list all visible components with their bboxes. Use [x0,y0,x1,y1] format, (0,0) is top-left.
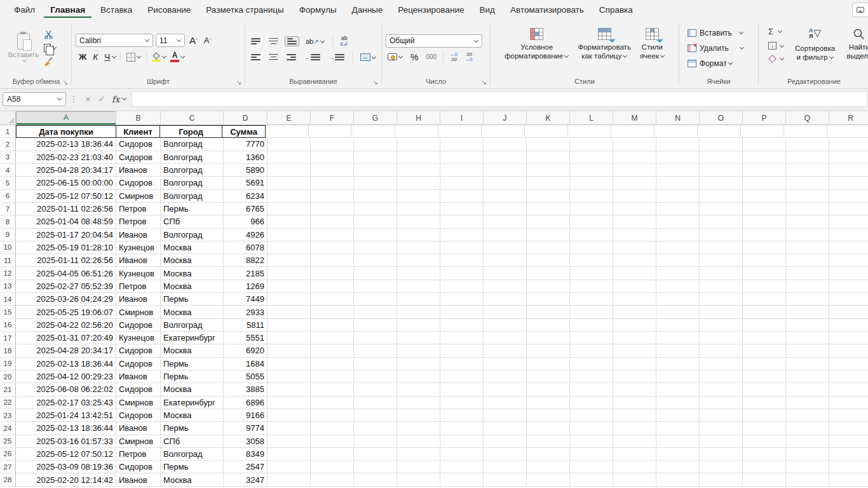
align-center-button[interactable] [267,53,280,62]
shrink-font-button[interactable]: Aˇ [202,34,213,46]
cell[interactable] [743,151,786,164]
cell[interactable] [786,190,829,203]
cell[interactable] [786,254,829,267]
cell[interactable] [613,358,656,370]
cancel-button[interactable]: × [81,93,95,104]
cell[interactable]: 2025-04-12 00:29:23 [16,370,116,383]
cell[interactable] [397,254,440,267]
cell[interactable] [829,203,868,215]
cell[interactable] [656,151,700,164]
cell[interactable] [311,203,354,215]
cell[interactable]: 8349 [224,448,268,461]
cell[interactable]: Сидоров [116,461,161,473]
cell[interactable]: 2025-03-09 08:19:36 [16,461,116,473]
cell[interactable] [440,344,484,357]
cell[interactable] [397,409,440,422]
row-header[interactable]: 28 [0,473,16,486]
cell[interactable] [354,138,397,151]
cell[interactable]: 966 [224,215,268,228]
cell[interactable]: Сидоров [116,151,161,164]
cell[interactable]: 2025-05-12 07:50:12 [16,448,116,461]
cell[interactable] [397,473,440,486]
cell[interactable] [268,435,311,448]
cell[interactable] [570,332,613,344]
cell[interactable] [527,448,570,461]
align-right-button[interactable] [285,53,298,62]
cell[interactable]: Иванов [116,293,161,306]
cell[interactable] [656,370,700,383]
cell[interactable] [311,461,354,473]
italic-button[interactable]: К [90,52,101,62]
cell[interactable]: 2025-01-17 20:04:54 [16,229,116,241]
cell[interactable]: Смирнов [116,190,161,203]
merge-center-button[interactable]: ↔ [358,52,378,62]
cell[interactable] [484,229,527,241]
cell[interactable] [700,306,743,318]
cell[interactable] [311,164,354,177]
cell[interactable] [527,164,570,177]
cell[interactable] [613,241,656,254]
cell[interactable]: 2933 [224,306,268,318]
wrap-text-button[interactable]: abc↲ [339,34,350,48]
cell[interactable] [397,332,440,344]
cell[interactable] [311,229,354,241]
cell[interactable] [656,293,700,306]
cell[interactable] [527,280,570,293]
cell[interactable] [786,229,829,241]
cell[interactable] [570,267,613,280]
cell[interactable] [611,125,654,138]
cell[interactable]: Пермь [161,203,224,215]
cell[interactable] [311,280,354,293]
cell[interactable] [570,319,613,332]
row-header[interactable]: 4 [0,164,16,177]
cell[interactable]: 1269 [224,280,268,293]
cell[interactable]: СПб [161,435,224,448]
cell[interactable] [829,383,868,396]
dialog-launcher-icon[interactable]: ↘ [373,77,378,88]
cell[interactable]: Смирнов [116,435,161,448]
cell[interactable] [786,293,829,306]
row-header[interactable]: 6 [0,190,16,203]
cell[interactable] [743,215,786,228]
cell[interactable] [743,383,786,396]
cell[interactable] [484,448,527,461]
cell[interactable] [268,293,311,306]
cell[interactable] [354,177,397,189]
cell[interactable] [570,229,613,241]
cell[interactable] [440,370,484,383]
cell[interactable]: Иванов [116,164,161,177]
cell[interactable] [311,344,354,357]
cell[interactable]: Екатеринбург [161,332,224,344]
cell[interactable] [700,396,743,409]
cell[interactable] [527,370,570,383]
cell[interactable] [484,177,527,189]
cell[interactable]: 7770 [224,138,268,151]
cell[interactable] [570,241,613,254]
cell[interactable]: 6078 [224,241,268,254]
cell[interactable]: 2025-01-24 13:42:51 [16,409,116,422]
decrease-indent-button[interactable]: ← [302,53,322,62]
cell[interactable] [570,383,613,396]
cell[interactable]: 2025-04-28 20:34:17 [16,164,116,177]
cell[interactable] [482,125,525,138]
cell[interactable] [311,306,354,318]
cell[interactable] [829,461,868,473]
cell[interactable] [786,409,829,422]
cell[interactable]: Волгоград [161,151,224,164]
row-header[interactable]: 16 [0,319,16,332]
cell[interactable] [570,448,613,461]
cell[interactable] [397,319,440,332]
cell[interactable] [700,138,743,151]
percent-style-button[interactable]: % [409,51,420,64]
cell[interactable] [527,473,570,486]
cell[interactable] [613,254,656,267]
ribbon-tab[interactable]: Вид [473,1,501,18]
cell[interactable] [700,435,743,448]
cell[interactable] [311,254,354,267]
dialog-launcher-icon[interactable]: ↘ [236,77,241,88]
cell[interactable] [484,332,527,344]
cell[interactable] [613,332,656,344]
row-header[interactable]: 10 [0,241,16,254]
cell[interactable] [484,358,527,370]
decrease-decimal-button[interactable]: .00→0 [463,51,475,63]
